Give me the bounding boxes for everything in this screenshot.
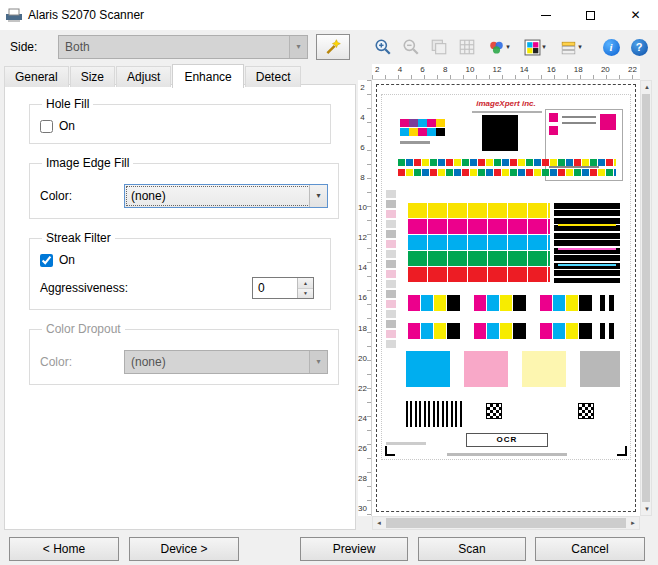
horizontal-scrollbar[interactable]: ◄ ► xyxy=(372,516,640,530)
ocr-label-box: OCR xyxy=(466,433,548,447)
cyan-text-line xyxy=(558,264,616,266)
help-icon: ? xyxy=(631,39,648,56)
edge-fill-color-dropdown[interactable]: (none) ▾ xyxy=(124,184,328,208)
vertical-scrollbar[interactable]: ▲ ▼ xyxy=(640,80,652,516)
ruler-number: 10 xyxy=(466,65,475,74)
magic-wand-icon xyxy=(324,38,342,56)
maximize-button[interactable] xyxy=(568,0,613,30)
gray-square xyxy=(580,351,620,387)
ruler-corner xyxy=(358,64,372,80)
minimize-button[interactable] xyxy=(523,0,568,30)
tab-enhance[interactable]: Enhance xyxy=(172,64,243,88)
close-button[interactable]: ✕ xyxy=(613,0,658,30)
streak-filter-on-checkbox[interactable] xyxy=(40,254,53,267)
color-patch-grid xyxy=(408,203,550,283)
color-dropout-title: Color Dropout xyxy=(42,322,125,336)
streak-filter-title: Streak Filter xyxy=(42,231,115,245)
enhance-tab-panel: Hole Fill On Image Edge Fill Color: (non… xyxy=(4,84,356,530)
info-icon: i xyxy=(603,39,620,56)
hole-fill-title: Hole Fill xyxy=(42,97,93,111)
hole-fill-on-checkbox[interactable] xyxy=(40,120,53,133)
ruler-number: 20 xyxy=(601,65,610,74)
dropout-color-label: Color: xyxy=(40,355,124,369)
pale-yellow-square xyxy=(522,351,566,387)
ruler-number: 24 xyxy=(358,414,367,423)
target-subline xyxy=(472,111,542,113)
scroll-down-icon[interactable]: ▼ xyxy=(641,503,653,515)
registration-color-strip xyxy=(400,128,445,136)
hole-fill-on-row: On xyxy=(40,119,320,133)
horizontal-scrollbar-thumb[interactable] xyxy=(386,518,626,528)
ruler-number: 2 xyxy=(360,83,364,92)
cyan-row xyxy=(408,235,550,250)
hole-fill-on-label: On xyxy=(59,119,75,133)
stack-button[interactable]: ▾ xyxy=(554,34,588,60)
aggressiveness-stepper[interactable]: 0 ▲ ▼ xyxy=(252,277,314,299)
streak-filter-group: Streak Filter On Aggressiveness: 0 ▲ ▼ xyxy=(29,231,331,310)
text-sample-block xyxy=(554,203,620,283)
zoom-in-button[interactable] xyxy=(370,34,396,60)
magenta-patch xyxy=(549,126,558,135)
side-settings-button[interactable] xyxy=(316,34,350,60)
vertical-ruler: 24681012141618202224262830 xyxy=(358,80,372,516)
help-button[interactable]: ? xyxy=(626,34,652,60)
footer-text-bar xyxy=(386,442,426,445)
scan-preview-image: imageXpert inc. xyxy=(381,94,631,460)
spin-up-button[interactable]: ▲ xyxy=(298,278,313,288)
preview-toolbar: ▾ ▾ ▾ i xyxy=(370,34,652,60)
ruler-number: 18 xyxy=(358,324,367,333)
auto-color-button[interactable]: ▾ xyxy=(482,34,516,60)
magenta-text-line xyxy=(558,248,616,250)
color-dropout-group: Color Dropout Color: (none) ▾ xyxy=(29,322,339,385)
zoom-in-icon xyxy=(374,38,392,56)
tab-adjust[interactable]: Adjust xyxy=(116,66,171,87)
magenta-row xyxy=(408,219,550,234)
scroll-right-icon[interactable]: ► xyxy=(627,517,639,529)
pixel-view-button xyxy=(454,34,480,60)
ruler-number: 16 xyxy=(547,65,556,74)
ruler-number: 4 xyxy=(398,65,402,74)
chevron-down-icon: ▾ xyxy=(309,351,327,373)
cancel-button[interactable]: Cancel xyxy=(535,537,645,561)
vertical-scrollbar-thumb[interactable] xyxy=(642,94,650,502)
scan-button[interactable]: Scan xyxy=(418,537,526,561)
cmyk-patch-cluster xyxy=(408,295,460,311)
device-button[interactable]: Device > xyxy=(129,537,239,561)
spin-down-button[interactable]: ▼ xyxy=(298,288,313,299)
scroll-up-icon[interactable]: ▲ xyxy=(641,81,653,93)
red-row xyxy=(408,267,550,282)
ruler-number: 30 xyxy=(358,504,367,513)
tab-detect[interactable]: Detect xyxy=(245,66,302,87)
ruler-number: 22 xyxy=(358,384,367,393)
text-line-bar xyxy=(549,166,599,168)
qr-code xyxy=(486,403,502,419)
cmyk-patch-cluster xyxy=(474,295,526,311)
chevron-down-icon: ▾ xyxy=(506,43,510,51)
scroll-left-icon[interactable]: ◄ xyxy=(373,517,385,529)
yellow-row xyxy=(408,203,550,218)
tab-size[interactable]: Size xyxy=(70,66,115,87)
preview-button[interactable]: Preview xyxy=(300,537,408,561)
ruler-number: 12 xyxy=(358,233,367,242)
home-button[interactable]: < Home xyxy=(9,537,119,561)
side-dropdown: Both ▾ xyxy=(58,35,308,59)
caption-bar xyxy=(447,453,567,456)
aggressiveness-value: 0 xyxy=(258,281,265,295)
tab-general[interactable]: General xyxy=(4,66,69,87)
target-logo-text: imageXpert inc. xyxy=(382,99,630,108)
side-label: Side: xyxy=(10,40,37,54)
pan-icon xyxy=(430,38,448,56)
magenta-patch xyxy=(549,113,558,122)
cmyk-patch-cluster xyxy=(474,323,526,339)
corner-mark xyxy=(617,446,627,456)
preview-canvas[interactable]: imageXpert inc. xyxy=(372,80,640,516)
pan-button xyxy=(426,34,452,60)
chevron-down-icon: ▾ xyxy=(309,185,327,207)
scan-preview-area: 246810121416182022 246810121416182022242… xyxy=(358,64,652,530)
output-color-button[interactable]: ▾ xyxy=(518,34,552,60)
info-button[interactable]: i xyxy=(598,34,624,60)
cyan-square xyxy=(406,351,450,387)
zoom-out-icon xyxy=(402,38,420,56)
dropout-color-value: (none) xyxy=(131,355,166,369)
color-circles-icon xyxy=(488,39,505,56)
